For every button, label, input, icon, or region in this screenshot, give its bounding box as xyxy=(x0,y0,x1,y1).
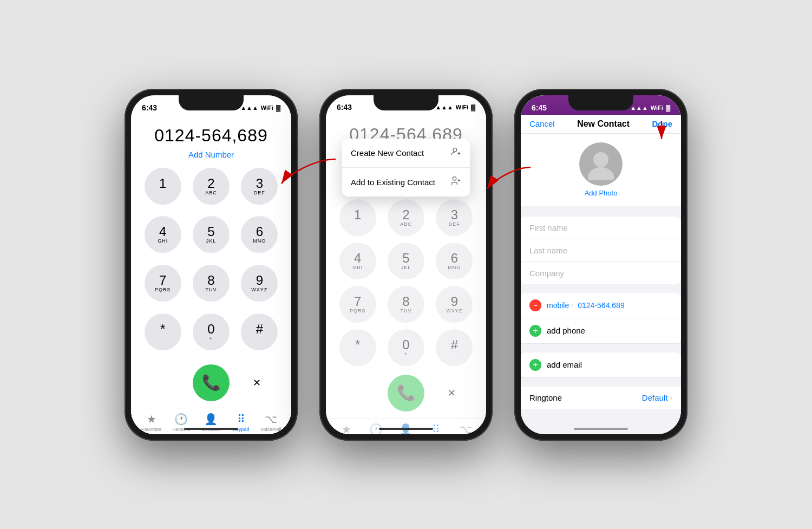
delete-button-2[interactable]: ✕ xyxy=(441,382,462,404)
tab-bar-1: ★ Favorites 🕐 Recents 👤 Contacts ⠿ xyxy=(131,408,291,434)
favorites-label: Favorites xyxy=(141,427,161,432)
person-plus-icon xyxy=(450,175,461,189)
last-name-input[interactable] xyxy=(529,246,672,255)
done-button[interactable]: Done xyxy=(652,119,672,128)
add-phone-button[interactable]: + xyxy=(529,325,541,337)
status-icons-2: ▲▲▲ WiFi ▓ xyxy=(435,104,475,110)
add-photo-button[interactable]: Add Photo xyxy=(585,189,618,197)
signal-icon-2: ▲▲▲ xyxy=(435,104,453,110)
key-7-2[interactable]: 7PQRS xyxy=(339,286,376,323)
create-new-contact-label: Create New Contact xyxy=(351,148,424,158)
avatar-circle[interactable] xyxy=(579,142,623,186)
key-hash[interactable]: # xyxy=(241,314,278,350)
empty-spacer-2 xyxy=(350,382,371,404)
add-number-1[interactable]: Add Number xyxy=(131,148,291,164)
key-5[interactable]: 5JKL xyxy=(193,216,230,253)
dialer-2: 6:43 ▲▲▲ WiFi ▓ 0124-564,689 Add Number … xyxy=(326,95,486,434)
tab-favorites-1[interactable]: ★ Favorites xyxy=(140,413,163,432)
add-phone-row[interactable]: + add phone xyxy=(521,318,681,344)
battery-icon-2: ▓ xyxy=(471,104,475,110)
status-time-1: 6:43 xyxy=(142,103,157,112)
new-contact-title: New Contact xyxy=(577,119,630,129)
signal-icon: ▲▲▲ xyxy=(240,105,258,111)
first-name-input[interactable] xyxy=(529,223,672,232)
key-3-2[interactable]: 3DEF xyxy=(436,199,473,236)
tab-bar-2: ★ Favorites 🕐 Recents 👤 Contacts ⠿ xyxy=(326,418,486,434)
phone-2-screen: 6:43 ▲▲▲ WiFi ▓ 0124-564,689 Add Number … xyxy=(326,95,486,434)
ringtone-value: Default xyxy=(642,393,668,402)
first-name-field[interactable] xyxy=(521,217,681,239)
key-3[interactable]: 3DEF xyxy=(241,168,278,205)
key-star-2[interactable]: * xyxy=(339,329,376,366)
key-1-2[interactable]: 1 xyxy=(339,199,376,236)
svg-point-4 xyxy=(593,152,608,167)
key-2[interactable]: 2ABC xyxy=(193,168,230,205)
phone-1-screen: 6:43 ✈ ▲▲▲ WiFi ▓ 0124-564,689 Add Numbe… xyxy=(131,95,291,434)
recents-icon: 🕐 xyxy=(174,413,188,426)
home-bar-1 xyxy=(184,428,238,430)
key-1[interactable]: 1 xyxy=(145,168,181,205)
create-new-contact-item[interactable]: Create New Contact xyxy=(342,139,470,168)
battery-icon: ▓ xyxy=(276,105,280,111)
popup-menu: Create New Contact Add to Existing Cont xyxy=(342,139,470,197)
company-input[interactable] xyxy=(529,269,672,278)
key-0-2[interactable]: 0+ xyxy=(388,329,424,366)
voicemail-label: Voicemail xyxy=(260,427,281,432)
mobile-label[interactable]: mobile xyxy=(547,301,569,310)
wifi-icon-2: WiFi xyxy=(456,104,468,110)
key-6[interactable]: 6MNO xyxy=(241,216,278,253)
key-8[interactable]: 8TUV xyxy=(193,265,230,302)
call-icon-1: 📞 xyxy=(202,374,221,391)
phones-container: 6:43 ✈ ▲▲▲ WiFi ▓ 0124-564,689 Add Numbe… xyxy=(0,0,812,529)
phone-2: 6:43 ▲▲▲ WiFi ▓ 0124-564,689 Add Number … xyxy=(319,89,493,441)
ringtone-row[interactable]: Ringtone Default › xyxy=(521,387,681,409)
call-icon-2: 📞 xyxy=(397,384,416,402)
key-8-2[interactable]: 8TUV xyxy=(388,286,424,323)
contacts-icon: 👤 xyxy=(204,413,218,426)
delete-button-1[interactable]: ✕ xyxy=(246,372,267,394)
key-5-2[interactable]: 5JKL xyxy=(388,243,424,279)
add-to-existing-label: Add to Existing Contact xyxy=(351,178,435,187)
status-time-2: 6:43 xyxy=(337,103,352,112)
contact-screen: 6:45 ✈ ▲▲▲ WiFi ▓ Cancel New Contact Don… xyxy=(521,95,681,434)
remove-phone-button[interactable]: − xyxy=(529,299,541,311)
key-star[interactable]: * xyxy=(145,314,181,350)
key-7[interactable]: 7PQRS xyxy=(145,265,181,302)
phone-1-notch xyxy=(179,95,244,110)
key-2-2[interactable]: 2ABC xyxy=(388,199,424,236)
home-bar-3 xyxy=(574,428,628,430)
wifi-icon-3: WiFi xyxy=(651,105,663,111)
key-4-2[interactable]: 4GHI xyxy=(339,243,376,279)
key-hash-2[interactable]: # xyxy=(436,329,473,366)
add-email-row[interactable]: + add email xyxy=(521,352,681,378)
company-field[interactable] xyxy=(521,262,681,284)
tab-voicemail-1[interactable]: ⌥ Voicemail xyxy=(259,413,283,432)
last-name-field[interactable] xyxy=(521,239,681,262)
phone-number-value: 0124-564,689 xyxy=(578,301,672,310)
key-9[interactable]: 9WXYZ xyxy=(241,265,278,302)
phone-3-screen: 6:45 ✈ ▲▲▲ WiFi ▓ Cancel New Contact Don… xyxy=(521,95,681,434)
key-0[interactable]: 0+ xyxy=(193,314,230,350)
svg-point-5 xyxy=(588,167,614,180)
voicemail-icon: ⌥ xyxy=(265,413,277,426)
call-button-1[interactable]: 📞 xyxy=(193,364,230,401)
contact-form xyxy=(521,217,681,284)
signal-icon-3: ▲▲▲ xyxy=(630,105,648,111)
keypad-icon: ⠿ xyxy=(237,413,245,426)
chevron-right-icon: › xyxy=(571,302,573,309)
key-6-2[interactable]: 6MNO xyxy=(436,243,473,279)
favorites-icon-2: ★ xyxy=(342,423,351,434)
keypad-1: 1 2ABC 3DEF 4GHI 5JKL 6MNO 7PQRS 8TUV 9W… xyxy=(131,164,291,360)
phone-2-notch xyxy=(374,95,438,110)
phone-3-notch xyxy=(568,95,633,110)
key-4[interactable]: 4GHI xyxy=(145,216,181,253)
tab-voicemail-2[interactable]: ⌥ Voicemail xyxy=(454,423,477,434)
add-email-button[interactable]: + xyxy=(529,359,541,371)
call-button-2[interactable]: 📞 xyxy=(388,375,424,412)
cancel-button[interactable]: Cancel xyxy=(529,119,555,128)
dialer-1: 6:43 ✈ ▲▲▲ WiFi ▓ 0124-564,689 Add Numbe… xyxy=(131,95,291,434)
tab-favorites-2[interactable]: ★ Favorites xyxy=(335,423,358,434)
phone-1: 6:43 ✈ ▲▲▲ WiFi ▓ 0124-564,689 Add Numbe… xyxy=(125,89,298,441)
key-9-2[interactable]: 9WXYZ xyxy=(436,286,473,323)
add-to-existing-contact-item[interactable]: Add to Existing Contact xyxy=(342,168,470,197)
